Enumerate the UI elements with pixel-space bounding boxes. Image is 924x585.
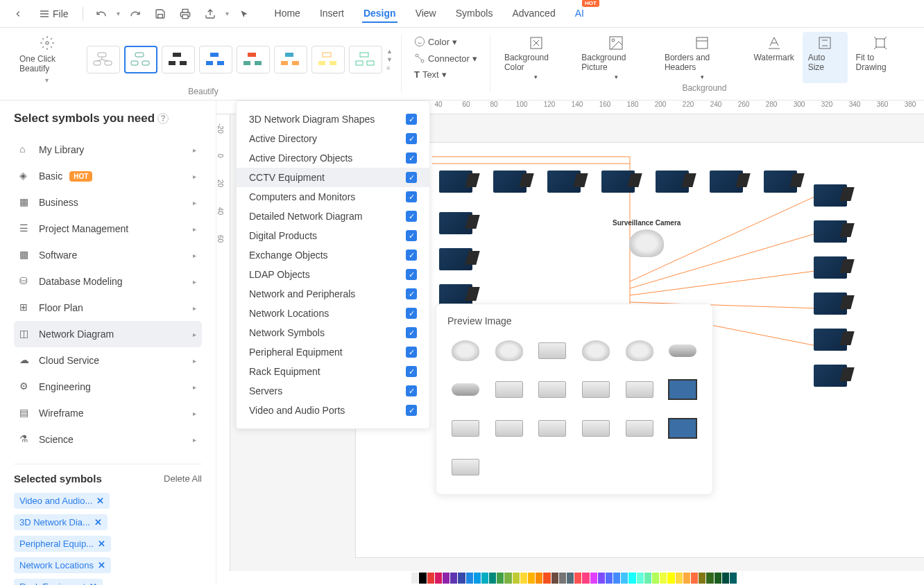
color-swatch[interactable]	[644, 573, 651, 584]
category-network-diagram[interactable]: ◫Network Diagram▸	[14, 321, 202, 347]
color-swatch[interactable]	[715, 573, 721, 584]
theme-5[interactable]	[237, 46, 270, 73]
back-icon[interactable]	[8, 4, 28, 24]
camera-device[interactable]	[814, 292, 847, 315]
color-swatch[interactable]	[683, 573, 690, 584]
checkbox-icon[interactable]: ✓	[406, 366, 417, 377]
preview-item-bullet2[interactable]	[447, 374, 484, 405]
color-swatch[interactable]	[520, 573, 527, 584]
category-business[interactable]: ▦Business▸	[14, 189, 202, 216]
tab-insert[interactable]: Insert	[318, 5, 345, 23]
preview-item-grid[interactable]	[447, 451, 484, 483]
color-dropdown[interactable]: Color ▾	[410, 35, 481, 49]
camera-device[interactable]	[814, 256, 847, 279]
color-swatch[interactable]	[722, 573, 729, 584]
connector-dropdown[interactable]: Connector ▾	[410, 51, 481, 65]
color-swatch[interactable]	[411, 573, 418, 584]
checkbox-icon[interactable]: ✓	[406, 269, 417, 280]
preview-item-box[interactable]	[534, 335, 570, 367]
camera-device[interactable]	[814, 184, 847, 207]
category-engineering[interactable]: ⚙Engineering▸	[14, 374, 202, 400]
checkbox-icon[interactable]: ✓	[406, 385, 417, 396]
preview-item-keypad[interactable]	[534, 412, 570, 444]
symbol-item[interactable]: Computers and Monitors✓	[237, 187, 429, 207]
chip-remove-icon[interactable]: ✕	[89, 582, 97, 585]
camera-device[interactable]	[439, 248, 472, 270]
camera-device[interactable]	[710, 171, 743, 193]
category-science[interactable]: ⚗Science▸	[14, 426, 202, 453]
cursor-icon[interactable]	[234, 4, 254, 24]
color-swatch[interactable]	[628, 573, 635, 584]
camera-device[interactable]	[656, 171, 689, 193]
chip-remove-icon[interactable]: ✕	[98, 539, 105, 549]
theme-2[interactable]	[124, 46, 157, 73]
preview-item-switch[interactable]	[578, 412, 614, 444]
color-swatch[interactable]	[489, 573, 496, 584]
camera-device[interactable]	[764, 171, 797, 193]
theme-7[interactable]	[311, 46, 345, 73]
gallery-more-icon[interactable]: ≡	[386, 64, 393, 71]
tab-symbols[interactable]: Symbols	[454, 5, 495, 23]
color-swatch[interactable]	[543, 573, 550, 584]
camera-device[interactable]	[814, 365, 847, 387]
preview-item-detector[interactable]	[622, 374, 658, 405]
tab-ai[interactable]: AIHOT	[574, 5, 585, 23]
tab-design[interactable]: Design	[362, 5, 397, 23]
checkbox-icon[interactable]: ✓	[406, 172, 417, 183]
text-dropdown[interactable]: TText ▾	[410, 68, 481, 81]
color-swatch[interactable]	[474, 573, 481, 584]
watermark-button[interactable]: Watermark	[748, 32, 799, 83]
checkbox-icon[interactable]: ✓	[406, 114, 417, 125]
theme-4[interactable]	[199, 46, 232, 73]
color-swatch[interactable]	[435, 573, 442, 584]
color-swatch[interactable]	[513, 573, 520, 584]
color-swatch[interactable]	[706, 573, 713, 584]
camera-device[interactable]	[814, 329, 847, 351]
delete-all-button[interactable]: Delete All	[164, 473, 202, 484]
checkbox-icon[interactable]: ✓	[406, 152, 417, 164]
camera-device[interactable]	[439, 171, 472, 193]
color-swatch[interactable]	[497, 573, 504, 584]
category-software[interactable]: ▩Software▸	[14, 242, 202, 268]
color-swatch[interactable]	[551, 573, 558, 584]
symbol-item[interactable]: Active Directory✓	[237, 129, 429, 148]
category-project-management[interactable]: ☰Project Management▸	[14, 216, 202, 242]
preview-item-monitor[interactable]	[665, 374, 701, 405]
color-swatch[interactable]	[559, 573, 566, 584]
checkbox-icon[interactable]: ✓	[406, 250, 417, 261]
bg-picture-button[interactable]: Background Picture▾	[576, 32, 656, 83]
preview-item-dome2[interactable]	[491, 335, 527, 367]
checkbox-icon[interactable]: ✓	[406, 327, 417, 338]
category-cloud-service[interactable]: ☁Cloud Service▸	[14, 347, 202, 374]
color-swatch[interactable]	[621, 573, 628, 584]
preview-item-bullet[interactable]	[665, 335, 701, 367]
checkbox-icon[interactable]: ✓	[406, 347, 417, 358]
symbol-item[interactable]: Detailed Network Diagram✓	[237, 207, 429, 226]
chip[interactable]: Video and Audio...✕	[14, 493, 110, 509]
fit-drawing-button[interactable]: Fit to Drawing	[850, 32, 910, 83]
camera-device[interactable]	[601, 171, 635, 193]
export-icon[interactable]	[200, 4, 220, 24]
tab-advanced[interactable]: Advanced	[511, 5, 556, 23]
preview-item-panel[interactable]	[534, 374, 570, 405]
bg-color-button[interactable]: Background Color▾	[499, 32, 573, 83]
color-swatch[interactable]	[536, 573, 542, 584]
undo-icon[interactable]	[92, 4, 111, 24]
symbol-item[interactable]: Network Locations✓	[237, 304, 429, 323]
preview-item-dome4[interactable]	[622, 335, 658, 367]
symbol-item[interactable]: Exchange Objects✓	[237, 245, 429, 265]
color-swatch[interactable]	[481, 573, 488, 584]
auto-size-button[interactable]: Auto Size	[803, 32, 848, 83]
borders-headers-button[interactable]: Borders and Headers▾	[659, 32, 746, 83]
symbol-item[interactable]: Digital Products✓	[237, 226, 429, 245]
chip[interactable]: 3D Network Dia...✕	[14, 514, 108, 530]
camera-device[interactable]	[439, 212, 472, 234]
color-swatch[interactable]	[676, 573, 683, 584]
category-wireframe[interactable]: ▤Wireframe▸	[14, 400, 202, 426]
theme-6[interactable]	[274, 46, 307, 73]
symbol-item[interactable]: Network and Peripherals✓	[237, 284, 429, 304]
surveillance-camera[interactable]	[629, 229, 664, 257]
symbol-item[interactable]: Network Symbols✓	[237, 323, 429, 342]
preview-item-sensor[interactable]	[578, 374, 614, 405]
symbol-item[interactable]: 3D Network Diagram Shapes✓	[237, 110, 429, 129]
